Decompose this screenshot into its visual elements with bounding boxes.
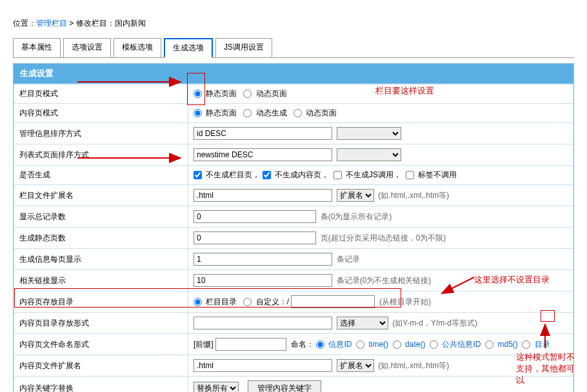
radio-name-pubid[interactable]: 公共信息ID — [430, 340, 481, 349]
hint: 条(0为显示所有记录) — [321, 212, 392, 221]
row-label: 是否生成 — [14, 166, 188, 185]
select-content-ext[interactable]: 扩展名 — [337, 359, 374, 372]
row-label: 内容页存放目录 — [14, 291, 188, 313]
tab-options[interactable]: 选项设置 — [63, 38, 111, 57]
input-content-ext[interactable] — [194, 359, 332, 372]
radio-static-content[interactable]: 静态页面 — [194, 108, 237, 117]
tab-template[interactable]: 模板选项 — [114, 38, 161, 57]
radio-static-column[interactable]: 静态页面 — [194, 89, 237, 98]
input-per-page[interactable] — [194, 253, 332, 266]
breadcrumb-link-manage[interactable]: 管理栏目 — [36, 19, 67, 28]
row-label: 内容页目录存放形式 — [14, 313, 188, 334]
radio-dynamic-gen[interactable]: 动态生成 — [243, 108, 286, 117]
row-label: 管理信息排序方式 — [14, 123, 188, 144]
radio-name-md5[interactable]: md5() — [485, 340, 518, 349]
select-list-sort[interactable] — [337, 148, 401, 161]
radio-column-dir[interactable]: 栏目目录 — [194, 297, 237, 306]
row-label: 列表式页面排序方式 — [14, 144, 188, 166]
tab-basic[interactable]: 基本属性 — [13, 38, 61, 57]
input-related-links[interactable] — [194, 274, 332, 287]
naming-label: 命名： — [291, 340, 314, 349]
breadcrumb: 位置：管理栏目 > 修改栏目：国内新闻 — [13, 13, 574, 34]
hint: (如Y-m-d，Y/m-d等形式) — [392, 318, 477, 328]
chk-no-js[interactable]: 不生成JS调用， — [333, 170, 401, 179]
hint: (从根目录开始) — [379, 297, 431, 306]
hint: 页(超过分页采用动态链接，0为不限) — [321, 233, 446, 242]
row-label: 内容关键字替换 — [14, 377, 188, 393]
section-title: 生成设置 — [14, 64, 573, 84]
row-label: 生成静态页数 — [14, 228, 188, 249]
row-label: 栏目文件扩展名 — [14, 185, 188, 206]
row-label: 内容页文件命名形式 — [14, 334, 188, 355]
input-static-pages[interactable] — [194, 231, 316, 244]
input-column-ext[interactable] — [194, 189, 332, 202]
select-manage-sort[interactable] — [337, 127, 401, 140]
row-label: 栏目页模式 — [14, 84, 188, 104]
select-column-ext[interactable]: 扩展名 — [337, 189, 374, 202]
select-replace[interactable]: 替换所有 — [194, 382, 239, 392]
settings-table: 栏目页模式 静态页面 动态页面 内容页模式 静态页面 动态生成 动态页面 管理信… — [14, 84, 573, 392]
row-label: 显示总记录数 — [14, 206, 188, 228]
tab-js[interactable]: JS调用设置 — [215, 38, 272, 57]
tab-generate[interactable]: 生成选项 — [164, 38, 213, 58]
radio-dynamic-page[interactable]: 动态页面 — [294, 108, 337, 117]
hint: 条记录(0为不生成相关链接) — [337, 276, 432, 285]
prefix-label: [前缀] — [194, 340, 214, 349]
chk-no-tag[interactable]: 标签不调用 — [406, 170, 457, 179]
row-label: 相关链接显示 — [14, 270, 188, 291]
tab-bar: 基本属性 选项设置 模板选项 生成选项 JS调用设置 — [13, 38, 574, 58]
input-custom-dir[interactable] — [291, 295, 375, 308]
hint: 条记录 — [337, 255, 360, 264]
input-manage-sort[interactable] — [194, 127, 332, 140]
input-dir-form[interactable] — [194, 317, 332, 329]
chk-no-column[interactable]: 不生成栏目页， — [194, 170, 260, 179]
radio-name-date[interactable]: date() — [393, 340, 426, 349]
row-label: 内容页模式 — [14, 104, 188, 123]
radio-name-dir[interactable]: 目录 — [522, 340, 550, 349]
btn-manage-keywords[interactable]: 管理内容关键字 — [248, 380, 321, 392]
chk-no-content[interactable]: 不生成内容页， — [263, 170, 329, 179]
select-dir-form[interactable]: 选择 — [337, 317, 388, 329]
input-total-records[interactable] — [194, 210, 316, 223]
radio-name-infoid[interactable]: 信息ID — [316, 340, 352, 349]
row-label: 内容页文件扩展名 — [14, 355, 188, 377]
input-prefix[interactable] — [215, 338, 286, 351]
hint: (如.html,.xml,.htm等) — [378, 361, 449, 370]
radio-custom-dir[interactable]: 自定义：/ — [243, 297, 289, 306]
input-list-sort[interactable] — [194, 148, 332, 161]
radio-name-time[interactable]: time() — [356, 340, 388, 349]
hint: (如.html,.xml,.htm等) — [378, 191, 449, 200]
radio-dynamic-column[interactable]: 动态页面 — [243, 89, 286, 98]
row-label: 生成信息每页显示 — [14, 249, 188, 270]
